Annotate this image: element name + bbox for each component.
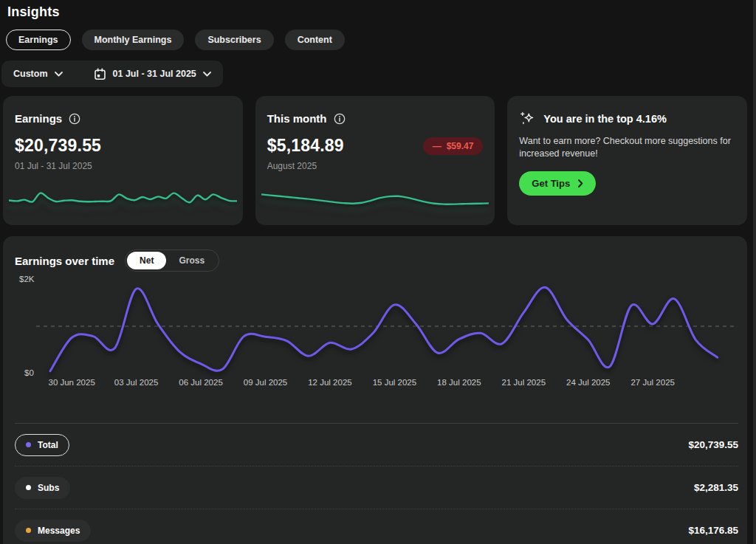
legend-label-total: Total	[38, 440, 58, 450]
this-month-card: This month $5,184.89 — $59.47 August 202…	[255, 96, 495, 225]
get-tips-label: Get Tips	[532, 178, 570, 189]
y-axis-min-label: $0	[24, 368, 34, 377]
delta-amount: $59.47	[447, 141, 474, 151]
x-axis-tick: 27 Jul 2025	[630, 378, 674, 387]
subs-dot-icon	[26, 485, 31, 490]
toggle-gross[interactable]: Gross	[166, 252, 217, 269]
messages-value: $16,176.85	[688, 525, 738, 536]
tab-earnings[interactable]: Earnings	[6, 30, 71, 50]
info-icon[interactable]	[334, 113, 346, 125]
info-icon[interactable]	[69, 113, 80, 125]
legend-label-messages: Messages	[38, 526, 80, 536]
tab-monthly-earnings[interactable]: Monthly Earnings	[82, 30, 185, 50]
chevron-down-icon	[55, 72, 63, 77]
insights-page: Insights Earnings Monthly Earnings Subsc…	[0, 0, 756, 544]
sparkle-icon	[519, 111, 535, 127]
chart-title: Earnings over time	[15, 255, 114, 267]
x-axis-tick: 30 Jun 2025	[48, 378, 94, 387]
top-percent-title: You are in the top 4.16%	[543, 113, 667, 125]
this-month-period: August 2025	[267, 161, 484, 171]
earnings-over-time-card: Earnings over time Net Gross $2K $0 30 J…	[3, 236, 747, 544]
x-axis-tick: 21 Jul 2025	[502, 378, 546, 387]
earnings-sparkline	[9, 182, 237, 218]
x-axis-tick: 24 Jul 2025	[566, 378, 610, 387]
date-filter-bar: Custom 01 Jul - 31 Jul 2025	[1, 61, 223, 87]
tab-content[interactable]: Content	[285, 30, 345, 50]
insights-tabs: Earnings Monthly Earnings Subscribers Co…	[6, 30, 345, 50]
x-axis-tick: 03 Jul 2025	[114, 378, 158, 387]
x-axis-tick: 06 Jul 2025	[179, 378, 222, 387]
stat-cards-row: Earnings $20,739.55 01 Jul - 31 Jul 2025…	[3, 96, 747, 225]
legend-pill-subs[interactable]: Subs	[15, 477, 70, 499]
x-axis-tick: 09 Jul 2025	[244, 378, 287, 387]
earnings-card-title: Earnings	[15, 112, 62, 125]
date-range-label: 01 Jul - 31 Jul 2025	[113, 69, 196, 79]
scrollbar[interactable]	[753, 0, 756, 544]
legend-row-total[interactable]: Total $20,739.55	[15, 423, 738, 466]
date-range-picker[interactable]: 01 Jul - 31 Jul 2025	[94, 68, 211, 80]
earnings-card: Earnings $20,739.55 01 Jul - 31 Jul 2025	[3, 96, 243, 225]
chevron-right-icon	[578, 179, 583, 187]
minus-icon: —	[433, 141, 441, 151]
earnings-value: $20,739.55	[15, 136, 231, 156]
series-legend: Total $20,739.55 Subs $2,281.35 Messages…	[15, 423, 738, 544]
this-month-sparkline	[261, 182, 489, 218]
page-title: Insights	[7, 4, 60, 20]
legend-pill-messages[interactable]: Messages	[15, 520, 91, 542]
y-axis-max-label: $2K	[19, 275, 34, 283]
get-tips-button[interactable]: Get Tips	[519, 171, 596, 196]
range-type-dropdown[interactable]: Custom	[13, 69, 63, 79]
tips-body-text: Want to earn more? Checkout more suggest…	[519, 135, 735, 160]
tips-card: You are in the top 4.16% Want to earn mo…	[507, 96, 747, 225]
delta-badge: — $59.47	[423, 137, 484, 155]
legend-label-subs: Subs	[38, 483, 59, 493]
messages-dot-icon	[26, 528, 31, 533]
total-dot-icon	[26, 442, 31, 447]
this-month-value: $5,184.89	[267, 136, 344, 156]
toggle-net[interactable]: Net	[127, 252, 166, 269]
legend-pill-total[interactable]: Total	[15, 434, 69, 456]
x-axis-tick: 18 Jul 2025	[437, 378, 481, 387]
chevron-down-icon	[203, 72, 211, 77]
earnings-period: 01 Jul - 31 Jul 2025	[15, 161, 231, 171]
total-value: $20,739.55	[688, 439, 738, 450]
legend-row-subs[interactable]: Subs $2,281.35	[15, 466, 738, 509]
calendar-icon	[94, 68, 106, 80]
x-axis-labels: 30 Jun 202503 Jul 202506 Jul 202509 Jul …	[36, 378, 734, 390]
this-month-card-title: This month	[267, 112, 327, 125]
tab-subscribers[interactable]: Subscribers	[195, 30, 273, 50]
x-axis-tick: 12 Jul 2025	[308, 378, 351, 387]
range-type-label: Custom	[13, 69, 48, 79]
earnings-line-chart[interactable]	[36, 276, 734, 387]
legend-row-messages[interactable]: Messages $16,176.85	[15, 509, 738, 544]
x-axis-tick: 15 Jul 2025	[373, 378, 416, 387]
net-gross-toggle: Net Gross	[125, 249, 219, 272]
subs-value: $2,281.35	[694, 482, 738, 493]
